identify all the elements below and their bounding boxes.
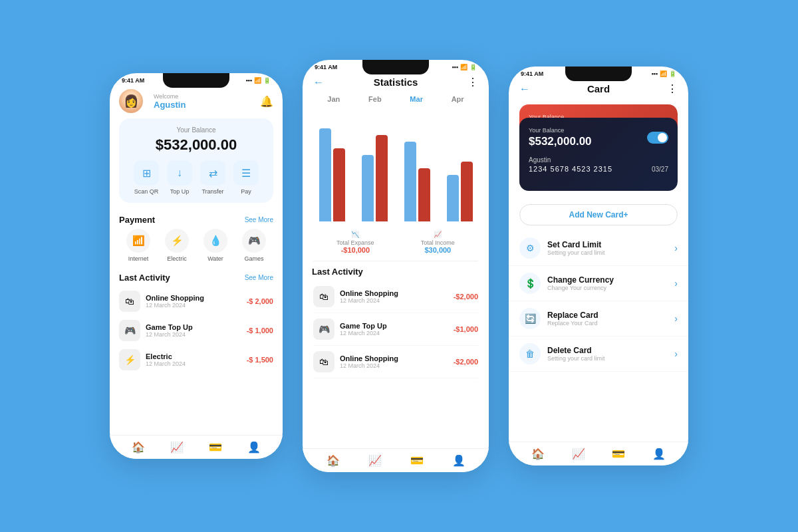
delete-card-option[interactable]: 🗑 Delete Card Setting your card limit › xyxy=(509,336,688,372)
payment-icons: 📶 Internet ⚡ Electric 💧 Water 🎮 Games xyxy=(110,229,283,267)
month-feb[interactable]: Feb xyxy=(368,95,382,103)
notch xyxy=(362,60,429,74)
electric-icon: ⚡ xyxy=(165,229,189,253)
card-user-info: Agustin 1234 5678 4523 2315 xyxy=(529,151,612,173)
back-button[interactable]: ← xyxy=(519,83,530,95)
games-icon: 🎮 xyxy=(242,229,266,253)
activity-info: Electric 12 March 2024 xyxy=(146,352,241,367)
stats-title: Statistics xyxy=(374,76,418,88)
transfer-icon: ⇄ xyxy=(200,160,225,186)
payment-internet[interactable]: 📶 Internet xyxy=(126,229,150,262)
add-card-button[interactable]: Add New Card+ xyxy=(519,204,678,225)
activity-info: Online Shopping 12 March 2024 xyxy=(146,294,241,309)
expense-trend-icon: 📉 xyxy=(336,231,374,238)
nav-profile-icon[interactable]: 👤 xyxy=(247,441,261,454)
replace-card-option[interactable]: 🔄 Replace Card Replace Your Card › xyxy=(509,301,688,336)
card-container: Your Balance Your Balance Your Balance $… xyxy=(509,98,688,198)
game-icon: 🎮 xyxy=(313,319,334,340)
nav-profile-icon[interactable]: 👤 xyxy=(652,448,666,460)
activity-info: Online Shopping 12 March 2024 xyxy=(340,289,448,304)
payment-water[interactable]: 💧 Water xyxy=(203,229,227,262)
nav-home-icon[interactable]: 🏠 xyxy=(327,454,340,467)
time-3: 9:41 AM xyxy=(521,70,543,77)
bar-feb-red xyxy=(376,135,388,221)
water-icon: 💧 xyxy=(203,229,227,253)
change-currency-option[interactable]: 💲 Change Currency Change Your currency › xyxy=(509,266,688,301)
balance-amount: $532,000.00 xyxy=(130,136,263,154)
set-limit-icon: ⚙ xyxy=(519,237,541,259)
bar-jan-red xyxy=(333,148,345,221)
chart-group-feb xyxy=(356,135,393,221)
list-item: 🎮 Game Top Up 12 March 2024 -$ 1,000 xyxy=(110,316,283,345)
activity-see-more[interactable]: See More xyxy=(245,274,273,281)
set-limit-arrow-icon: › xyxy=(674,243,678,253)
activity-date: 12 March 2024 xyxy=(340,330,448,336)
activity-name: Online Shopping xyxy=(340,354,448,362)
bar-jan-blue xyxy=(319,128,331,221)
more-options-button[interactable]: ⋮ xyxy=(467,76,478,88)
quick-action-pay[interactable]: ☰ Pay xyxy=(233,160,259,195)
scan-qr-icon: ⊞ xyxy=(134,160,159,186)
notch xyxy=(565,66,632,81)
payment-electric[interactable]: ⚡ Electric xyxy=(165,229,189,262)
wifi-icon: 📶 xyxy=(254,77,261,84)
set-limit-option[interactable]: ⚙ Set Card Limit Setting your card limit… xyxy=(509,231,688,266)
transfer-label: Transfer xyxy=(201,188,223,195)
payment-games[interactable]: 🎮 Games xyxy=(242,229,266,262)
notification-bell-icon[interactable]: 🔔 xyxy=(260,95,273,108)
chart-group-jan xyxy=(313,128,350,221)
more-options-button[interactable]: ⋮ xyxy=(667,82,678,95)
change-currency-info: Change Currency Change Your currency xyxy=(547,275,668,291)
welcome-text: Welcome xyxy=(154,93,186,100)
nav-card-icon[interactable]: 💳 xyxy=(410,454,424,467)
payment-see-more[interactable]: See More xyxy=(245,216,273,223)
avatar[interactable]: 👩 xyxy=(119,89,143,113)
replace-card-arrow-icon: › xyxy=(674,313,678,324)
quick-actions: ⊞ Scan QR ↓ Top Up ⇄ Transfer ☰ Pay xyxy=(130,160,263,195)
battery-icon: 🔋 xyxy=(263,77,271,84)
month-apr[interactable]: Apr xyxy=(452,95,464,103)
month-mar[interactable]: Mar xyxy=(410,95,423,103)
activity-name: Electric xyxy=(146,352,241,360)
p2-activity-title: Last Activity xyxy=(312,267,363,277)
pay-label: Pay xyxy=(241,188,251,195)
bar-mar-red xyxy=(418,168,430,221)
set-limit-title: Set Card Limit xyxy=(547,240,668,249)
card-holder-name: Agustin xyxy=(529,156,612,164)
list-item: 🛍 Online Shopping 12 March 2024 -$2,000 xyxy=(313,346,478,378)
game-icon: 🎮 xyxy=(119,320,140,341)
card-toggle[interactable] xyxy=(647,132,668,144)
payment-section-header: Payment See More xyxy=(110,209,283,229)
nav-home-icon[interactable]: 🏠 xyxy=(531,448,545,460)
quick-action-top-up[interactable]: ↓ Top Up xyxy=(167,160,192,195)
activity-name: Online Shopping xyxy=(146,294,241,302)
list-item: 🛍 Online Shopping 12 March 2024 -$ 2,000 xyxy=(110,287,283,316)
quick-action-scan-qr[interactable]: ⊞ Scan QR xyxy=(134,160,159,195)
nav-stats-icon[interactable]: 📈 xyxy=(368,454,382,467)
activity-date: 12 March 2024 xyxy=(146,360,241,367)
nav-stats-icon[interactable]: 📈 xyxy=(170,441,184,454)
scan-qr-label: Scan QR xyxy=(134,188,159,195)
user-name: Agustin xyxy=(154,100,186,110)
stats-summary: 📉 Total Expanse -$10,000 📈 Total Income … xyxy=(303,227,489,261)
nav-stats-icon[interactable]: 📈 xyxy=(572,448,585,460)
quick-action-transfer[interactable]: ⇄ Transfer xyxy=(200,160,225,195)
notch xyxy=(163,73,229,88)
bar-feb-blue xyxy=(362,155,374,221)
nav-card-icon[interactable]: 💳 xyxy=(209,441,222,454)
delete-card-info: Delete Card Setting your card limit xyxy=(547,346,668,362)
nav-home-icon[interactable]: 🏠 xyxy=(132,441,145,454)
set-limit-sub: Setting your card limit xyxy=(547,249,668,256)
welcome-block: Welcome Agustin xyxy=(154,93,186,110)
activity-amount: -$2,000 xyxy=(454,293,478,301)
battery-icon: 🔋 xyxy=(669,70,676,77)
back-button[interactable]: ← xyxy=(313,76,324,88)
months-selector: Jan Feb Mar Apr xyxy=(303,91,489,107)
card-bottom-row: Agustin 1234 5678 4523 2315 03/27 xyxy=(529,151,668,173)
month-jan[interactable]: Jan xyxy=(327,95,340,103)
nav-card-icon[interactable]: 💳 xyxy=(612,448,625,460)
card-number: 1234 5678 4523 2315 xyxy=(529,165,612,173)
signal-icon: ▪▪▪ xyxy=(651,70,658,77)
nav-profile-icon[interactable]: 👤 xyxy=(452,454,466,467)
card-balance-amount: $532,000.00 xyxy=(529,135,592,148)
